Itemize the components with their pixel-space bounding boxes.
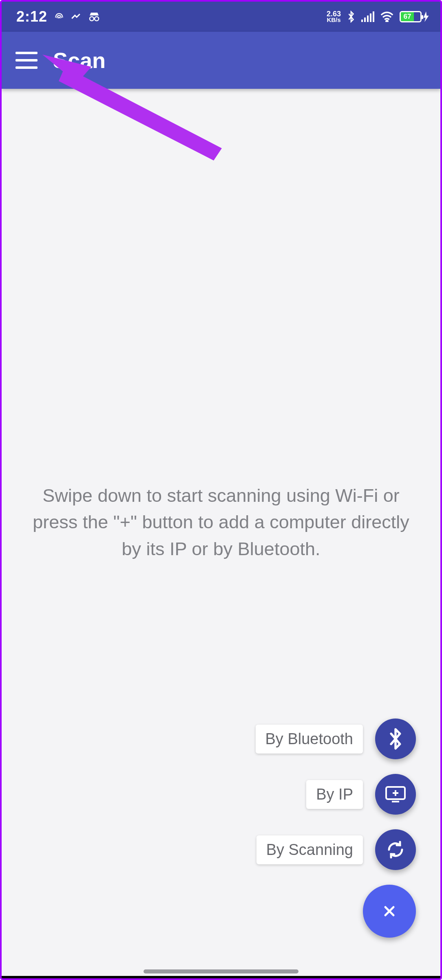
incognito-icon [88,11,100,22]
status-clock: 2:12 [16,8,47,25]
fab-bluetooth-button[interactable] [375,719,416,759]
fab-close-button[interactable] [363,885,416,938]
status-net-rate: 2.63 KB/s [327,11,341,23]
bottom-edge [2,976,440,978]
fab-label-ip[interactable]: By IP [306,780,363,809]
battery-percent: 67 [401,12,414,21]
fab-menu: By Bluetooth By IP By Scanning [256,719,416,938]
tools-icon [71,11,82,22]
wifi-icon [380,11,394,22]
device-frame: 2:12 2.63 KB/s [0,0,442,980]
cellular-signal-icon [361,11,374,22]
svg-point-7 [386,20,388,22]
charging-icon [423,11,429,22]
app-bar: Scan [2,32,440,89]
fab-label-scanning[interactable]: By Scanning [256,835,363,864]
app-bar-title: Scan [53,48,106,73]
svg-rect-3 [364,18,366,22]
status-left: 2:12 [16,8,100,25]
svg-rect-6 [373,11,374,22]
fab-row-bluetooth: By Bluetooth [256,719,416,759]
bluetooth-icon [386,727,405,751]
battery-indicator: 67 [400,11,429,22]
empty-state-hint: Swipe down to start scanning using Wi-Fi… [25,482,417,562]
status-bar: 2:12 2.63 KB/s [2,2,440,32]
svg-rect-5 [370,13,371,22]
fab-scanning-button[interactable] [375,829,416,870]
fingerprint-icon [54,11,64,22]
svg-point-1 [95,17,99,21]
status-right: 2.63 KB/s 67 [327,11,429,23]
close-icon [381,903,398,919]
menu-button[interactable] [15,52,38,69]
bluetooth-status-icon [347,11,356,23]
fab-ip-button[interactable] [375,774,416,815]
refresh-icon [386,840,405,859]
net-rate-unit: KB/s [327,17,340,23]
svg-point-0 [90,17,94,21]
svg-rect-2 [361,20,363,22]
fab-label-bluetooth[interactable]: By Bluetooth [256,725,363,754]
monitor-plus-icon [385,785,407,803]
fab-row-ip: By IP [306,774,416,815]
nav-home-indicator[interactable] [144,969,298,973]
svg-rect-4 [367,15,369,22]
fab-row-main [363,885,416,938]
fab-row-scanning: By Scanning [256,829,416,870]
